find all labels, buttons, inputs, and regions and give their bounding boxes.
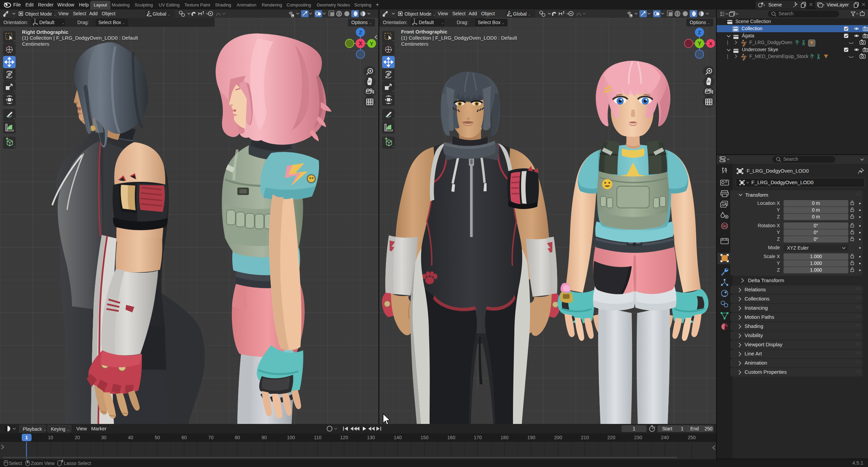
- svg-text:Y: Y: [370, 41, 373, 46]
- svg-text:X: X: [709, 41, 712, 46]
- svg-text:X: X: [359, 41, 362, 46]
- svg-text:Lasso Select: Lasso Select: [64, 461, 91, 466]
- svg-text:Y: Y: [698, 41, 702, 46]
- svg-text:Z: Z: [698, 30, 701, 35]
- svg-text:Zoom View: Zoom View: [31, 461, 55, 466]
- svg-text:Select: Select: [9, 461, 22, 466]
- svg-text:Z: Z: [359, 30, 362, 35]
